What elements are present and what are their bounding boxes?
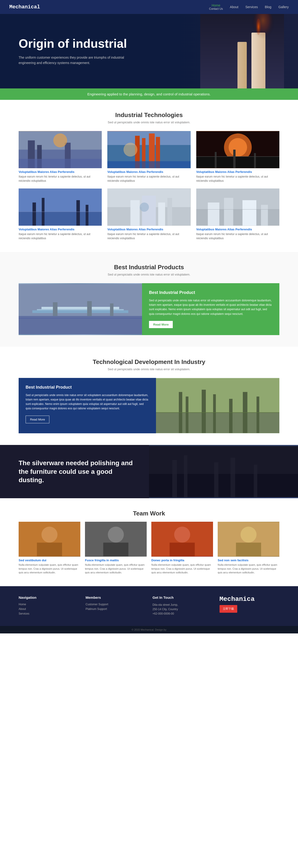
tech-card-3: Voluptatibus Maiores Alias Perferendis I…	[196, 131, 279, 183]
svg-rect-15	[107, 161, 190, 168]
svg-rect-67	[184, 456, 187, 497]
svg-rect-26	[33, 203, 36, 225]
svg-rect-65	[149, 474, 298, 497]
products-content: Best Industrial Product Sed ut perspicia…	[142, 283, 279, 335]
tech-readmore-button[interactable]: Read More	[26, 415, 49, 423]
footer-copyright: © 2015 Mechanical. Design by	[131, 628, 166, 631]
team-card-4-image	[218, 522, 279, 557]
green-banner-text: Engineering applied to the planning, des…	[87, 92, 211, 96]
industrial-technologies-section: Industrial Technologies Sed ut perspicia…	[0, 100, 298, 252]
svg-rect-69	[231, 458, 235, 497]
best-products-subtitle: Sed ut perspiciatis unde omnis iste natu…	[19, 273, 279, 276]
tech-card-6-link[interactable]: Voluptatibus Maiores Alias Perferendis	[196, 227, 279, 231]
footer-members-title: Members	[86, 595, 146, 599]
tech-card-6-image	[196, 188, 279, 226]
tech-card-3-link[interactable]: Voluptatibus Maiores Alias Perferendis	[196, 170, 279, 174]
svg-rect-25	[19, 212, 102, 226]
team-card-3-name[interactable]: Donec porta in fringilla	[151, 558, 213, 562]
svg-rect-62	[257, 397, 259, 433]
tech-card-1-text: Itaque earum rerum hic tenetur a sapient…	[19, 175, 102, 183]
svg-rect-35	[158, 203, 165, 225]
products-image	[19, 283, 142, 335]
footer-nav-title: Navigation	[19, 595, 79, 599]
products-readmore-button[interactable]: Read More	[149, 321, 173, 328]
tech-card-4: Voluptatibus Maiores Alias Perferendis I…	[19, 188, 102, 240]
footer-download-button[interactable]: 立即下载	[219, 605, 237, 613]
team-card-3: Donec porta in fringilla Nulla elementum…	[151, 522, 213, 575]
team-card-4-text: Nulla elementum vulputate quam, quis eff…	[218, 563, 279, 575]
svg-rect-42	[242, 200, 256, 225]
footer-members-support[interactable]: Customer Support	[86, 603, 146, 606]
svg-rect-29	[86, 205, 88, 225]
nav-item-services[interactable]: Services	[245, 5, 258, 9]
tech-content: Best Industrial Product Sed ut perspicia…	[19, 378, 156, 434]
tech-card-3-text: Itaque earum rerum hic tenetur a sapient…	[196, 175, 279, 183]
svg-rect-28	[77, 200, 80, 225]
team-card-4-name[interactable]: Sed non sem facilisis	[218, 558, 279, 562]
team-grid: Sed vestibulum dui Nulla elementum vulpu…	[19, 522, 279, 575]
team-title: Team Work	[19, 510, 279, 517]
best-products-title: Best Industrial Products	[19, 264, 279, 271]
tech-card-5: Voluptatibus Maiores Alias Perferendis I…	[107, 188, 190, 240]
footer-contact-col: Get In Touch Dila-ola street Jump, 250-1…	[152, 595, 213, 617]
tech-card-2-link[interactable]: Voluptatibus Maiores Alias Perferendis	[107, 170, 190, 174]
footer-contact-city: 250-14 City, Country	[152, 607, 213, 612]
tech-card-1-link[interactable]: Voluptatibus Maiores Alias Perferendis	[19, 170, 102, 174]
hero-content: Origin of industrial The uniform custome…	[19, 37, 135, 65]
tech-development-section: Technological Development In Industry Se…	[0, 347, 298, 445]
footer-contact-address: Dila-ola street Jump,	[152, 603, 213, 607]
svg-rect-33	[130, 200, 140, 225]
svg-rect-57	[186, 397, 188, 433]
svg-rect-66	[172, 460, 177, 497]
tech-content-text: Sed ut perspiciatis unde omnis iste natu…	[26, 393, 149, 411]
footer-nav-about[interactable]: About	[19, 608, 79, 611]
svg-rect-41	[224, 198, 233, 225]
team-card-1-image	[19, 522, 80, 557]
tech-card-4-link[interactable]: Voluptatibus Maiores Alias Perferendis	[19, 227, 102, 231]
nav-item-gallery[interactable]: Gallery	[278, 5, 289, 9]
svg-point-0	[251, 14, 275, 46]
team-card-1-name[interactable]: Sed vestibulum dui	[19, 558, 80, 562]
tech-card-2: Voluptatibus Maiores Alias Perferendis I…	[107, 131, 190, 183]
footer-contact-title: Get In Touch	[152, 595, 213, 599]
svg-rect-43	[261, 205, 268, 225]
hero-section: Origin of industrial The uniform custome…	[0, 14, 298, 88]
tech-card-4-text: Itaque earum rerum hic tenetur a sapient…	[19, 232, 102, 240]
tech-card-2-text: Itaque earum rerum hic tenetur a sapient…	[107, 175, 190, 183]
tech-card-5-link[interactable]: Voluptatibus Maiores Alias Perferendis	[107, 227, 190, 231]
svg-rect-50	[53, 302, 58, 316]
svg-rect-19	[196, 157, 279, 168]
nav-item-contact[interactable]: Contact Us	[209, 7, 223, 10]
svg-rect-36	[168, 198, 172, 225]
nav-item-about[interactable]: About	[230, 5, 238, 9]
nav-item-home[interactable]: Home	[212, 3, 220, 7]
footer-bottom: © 2015 Mechanical. Design by	[0, 626, 298, 633]
svg-point-6	[53, 133, 67, 148]
nav-item-blog[interactable]: Blog	[265, 5, 271, 9]
footer-nav-col: Navigation Home About Services	[19, 595, 79, 617]
svg-rect-79	[170, 543, 195, 556]
footer-nav-home[interactable]: Home	[19, 603, 79, 606]
footer-contact-phone: +62-000-0006-00	[152, 612, 213, 616]
team-card-1-text: Nulla elementum vulputate quam, quis eff…	[19, 563, 80, 575]
svg-rect-76	[103, 543, 128, 556]
team-card-2-image	[85, 522, 147, 557]
svg-rect-22	[254, 153, 256, 168]
quote-image	[149, 445, 298, 498]
svg-rect-40	[208, 203, 219, 225]
team-card-2-name[interactable]: Fusce fringilla in mattis	[85, 558, 147, 562]
svg-rect-68	[214, 462, 218, 497]
footer-nav-services[interactable]: Services	[19, 612, 79, 615]
svg-point-81	[240, 527, 257, 543]
team-card-2: Fusce fringilla in mattis Nulla elementu…	[85, 522, 147, 575]
quote-section: The silverware needed polishing and the …	[0, 445, 298, 498]
svg-point-78	[174, 527, 190, 543]
tech-card-4-image	[19, 188, 102, 226]
nav: Home Contact Us About Services Blog Gall…	[209, 3, 289, 10]
best-products-section: Best Industrial Products Sed ut perspici…	[0, 252, 298, 347]
tech-card-1: Voluptatibus Maiores Alias Perferendis I…	[19, 131, 102, 183]
header: Mechanical Home Contact Us About Service…	[0, 0, 298, 14]
tech-content-title: Best Industrial Product	[26, 385, 149, 390]
tech-row: Best Industrial Product Sed ut perspicia…	[19, 378, 279, 434]
footer-members-platinum[interactable]: Platinum Support	[86, 608, 146, 611]
